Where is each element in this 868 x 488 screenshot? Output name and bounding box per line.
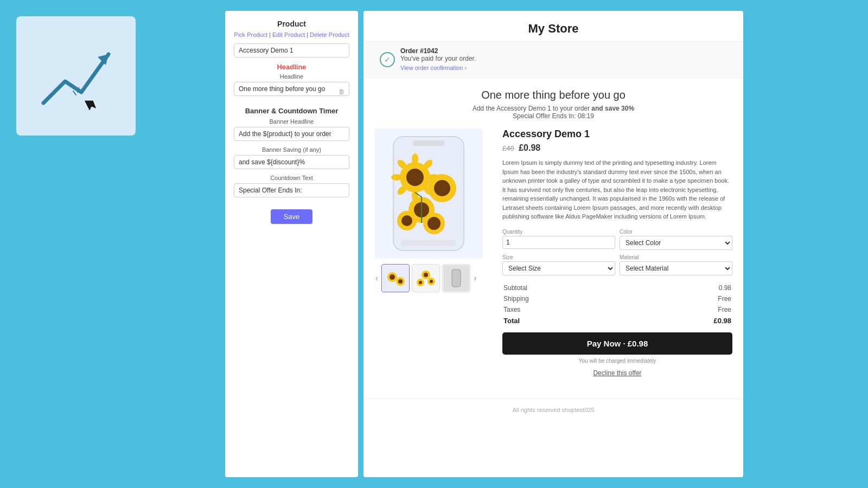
product-detail-area: ‹ bbox=[363, 129, 743, 399]
delete-product-link[interactable]: Delete Product bbox=[310, 31, 349, 38]
upsell-banner: Add the Accessory Demo 1 to your order a… bbox=[363, 105, 743, 120]
store-name: My Store bbox=[363, 11, 743, 41]
image-gallery: ‹ bbox=[374, 129, 494, 388]
headline-section-title: Headline bbox=[234, 63, 349, 71]
shipping-value: Free bbox=[638, 294, 731, 304]
order-number: Order #1042 bbox=[400, 47, 476, 55]
price-row: £40 £0.98 bbox=[502, 143, 732, 153]
order-confirmation-bar: ✓ Order #1042 You've paid for your order… bbox=[363, 41, 743, 78]
product-links[interactable]: Pick Product | Edit Product | Delete Pro… bbox=[234, 31, 349, 38]
options-grid: Quantity Color Select Color Size Select … bbox=[502, 229, 732, 275]
right-panel: My Store ✓ Order #1042 You've paid for y… bbox=[363, 11, 743, 477]
thumbnail-3[interactable] bbox=[442, 264, 470, 292]
view-order-link[interactable]: View order confirmation › bbox=[400, 65, 467, 71]
upsell-banner-text: Add the Accessory Demo 1 to your order a… bbox=[363, 105, 743, 112]
size-label: Size bbox=[502, 254, 615, 260]
subtotal-value: 0.98 bbox=[638, 283, 731, 293]
order-message: You've paid for your order. bbox=[400, 55, 476, 62]
taxes-label: Taxes bbox=[503, 305, 637, 314]
color-label: Color bbox=[620, 229, 732, 235]
upsell-heading: One more thing before you go bbox=[363, 78, 743, 105]
svg-point-40 bbox=[430, 280, 433, 283]
footer-text: All rights reserved shoptest025 bbox=[363, 399, 743, 421]
left-panel: Product Pick Product | Edit Product | De… bbox=[225, 11, 358, 477]
banner-section-title: Banner & Countdown Timer bbox=[234, 107, 349, 115]
svg-point-22 bbox=[412, 190, 418, 201]
size-select[interactable]: Select Size bbox=[502, 261, 615, 275]
shipping-label: Shipping bbox=[503, 294, 637, 304]
analytics-image bbox=[16, 16, 136, 136]
save-button[interactable]: Save bbox=[271, 209, 313, 224]
banner-headline-input[interactable] bbox=[234, 127, 349, 141]
banner-saving-input[interactable] bbox=[234, 155, 349, 169]
charge-note: You will be charged immediately bbox=[502, 358, 732, 364]
svg-point-36 bbox=[424, 273, 428, 277]
material-label: Material bbox=[620, 254, 732, 260]
quantity-label: Quantity bbox=[502, 229, 615, 235]
product-info: Accessory Demo 1 £40 £0.98 Lorem Ipsum i… bbox=[502, 129, 732, 388]
decline-offer-link[interactable]: Decline this offer bbox=[502, 369, 732, 377]
shipping-row: Shipping Free bbox=[503, 294, 731, 304]
totals-table: Subtotal 0.98 Shipping Free Taxes Free T… bbox=[502, 282, 732, 327]
upsell-prefix: Add the Accessory Demo 1 to your order bbox=[473, 105, 591, 112]
main-product-image bbox=[374, 129, 483, 259]
thumbnail-2[interactable] bbox=[412, 264, 440, 292]
svg-rect-28 bbox=[401, 240, 456, 246]
quantity-group: Quantity bbox=[502, 229, 615, 250]
prev-thumb-button[interactable]: ‹ bbox=[374, 273, 379, 283]
svg-rect-42 bbox=[452, 269, 461, 287]
headline-field-label: Headline bbox=[234, 73, 349, 80]
pay-now-button[interactable]: Pay Now · £0.98 bbox=[502, 332, 732, 355]
check-circle-icon: ✓ bbox=[380, 52, 395, 67]
product-description: Lorem Ipsum is simply dummy text of the … bbox=[502, 158, 732, 221]
color-select[interactable]: Select Color bbox=[620, 236, 732, 250]
headline-input[interactable] bbox=[234, 82, 349, 96]
subtotal-row: Subtotal 0.98 bbox=[503, 283, 731, 293]
svg-point-9 bbox=[406, 169, 424, 186]
old-price: £40 bbox=[502, 144, 514, 152]
upsell-bold: and save 30% bbox=[591, 105, 634, 112]
countdown-input[interactable] bbox=[234, 183, 349, 197]
svg-rect-0 bbox=[33, 33, 119, 119]
taxes-row: Taxes Free bbox=[503, 305, 731, 314]
total-value: £0.98 bbox=[638, 316, 731, 326]
countdown-label: Countdown Text bbox=[234, 175, 349, 181]
svg-point-24 bbox=[391, 174, 402, 181]
svg-point-38 bbox=[419, 281, 422, 284]
size-group: Size Select Size bbox=[502, 254, 615, 275]
edit-product-link[interactable]: Edit Product bbox=[272, 31, 305, 38]
quantity-input[interactable] bbox=[502, 236, 615, 249]
svg-point-31 bbox=[390, 274, 395, 280]
svg-point-18 bbox=[412, 153, 418, 164]
subtotal-label: Subtotal bbox=[503, 283, 637, 293]
product-section-title: Product bbox=[234, 20, 349, 28]
thumbnail-row: ‹ bbox=[374, 264, 494, 292]
order-info: Order #1042 You've paid for your order. … bbox=[400, 47, 476, 72]
material-group: Material Select Material bbox=[620, 254, 732, 275]
thumbnail-1[interactable] bbox=[381, 264, 410, 292]
svg-point-20 bbox=[428, 174, 439, 181]
svg-rect-7 bbox=[412, 140, 445, 146]
svg-point-33 bbox=[398, 279, 403, 284]
new-price: £0.98 bbox=[519, 143, 540, 152]
material-select[interactable]: Select Material bbox=[620, 261, 732, 275]
next-thumb-button[interactable]: › bbox=[473, 273, 477, 283]
svg-point-15 bbox=[427, 217, 441, 230]
total-label: Total bbox=[503, 316, 637, 326]
pick-product-link[interactable]: Pick Product bbox=[234, 31, 267, 38]
svg-point-17 bbox=[401, 215, 412, 226]
svg-point-13 bbox=[434, 180, 450, 196]
trash-icon[interactable]: 🗑 bbox=[339, 88, 345, 95]
banner-saving-label: Banner Saving (if any) bbox=[234, 146, 349, 153]
total-row: Total £0.98 bbox=[503, 316, 731, 326]
product-input[interactable] bbox=[234, 43, 349, 57]
upsell-countdown: Special Offer Ends In: 08:19 bbox=[363, 112, 743, 120]
taxes-value: Free bbox=[638, 305, 731, 314]
color-group: Color Select Color bbox=[620, 229, 732, 250]
product-name: Accessory Demo 1 bbox=[502, 129, 732, 140]
headline-input-wrapper: 🗑 bbox=[234, 82, 349, 101]
banner-headline-label: Banner Headline bbox=[234, 118, 349, 125]
